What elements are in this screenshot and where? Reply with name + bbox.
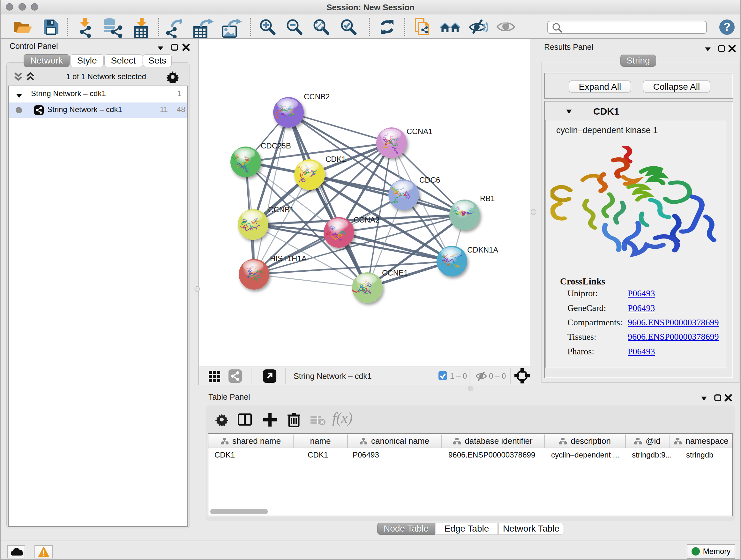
svg-text:RB1: RB1 <box>480 194 495 203</box>
svg-text:CCNE1: CCNE1 <box>382 268 408 277</box>
svg-text:CDKN1A: CDKN1A <box>467 246 498 254</box>
svg-text:CDK1: CDK1 <box>326 155 346 164</box>
svg-text:CDC25B: CDC25B <box>261 141 291 150</box>
svg-text:?: ? <box>724 20 731 34</box>
svg-text:CCNB1: CCNB1 <box>268 205 294 214</box>
svg-text:CCNA2: CCNA2 <box>354 215 380 224</box>
svg-text:HIST1H1A: HIST1H1A <box>270 254 307 263</box>
svg-text:f(x): f(x) <box>332 411 353 426</box>
svg-text:CDC6: CDC6 <box>419 176 440 184</box>
svg-text:CCNA1: CCNA1 <box>407 127 432 136</box>
svg-text:CCNB2: CCNB2 <box>304 92 330 101</box>
